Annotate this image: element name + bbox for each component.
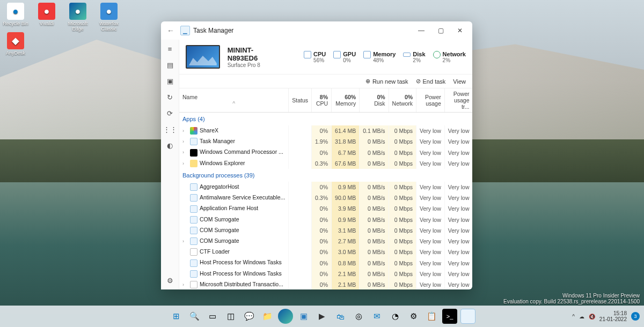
table-row[interactable]: COM Surrogate0%0.9 MB0 MB/s0 MbpsVery lo… [179,214,472,225]
table-row[interactable]: ›Task Manager1.9%31.8 MB0 MB/s0 MbpsVery… [179,136,472,147]
sharex-icon[interactable]: ◔ [387,309,402,324]
table-row[interactable]: CTF Loader0%3.0 MB0 MB/s0 MbpsVery lowVe… [179,247,472,257]
taskbar-center: ⊞ 🔍 ▭ ◫ 💬 📁 ▣ ▶ 🛍 ◎ ✉ ◔ ⚙ 📋 >_ [169,309,475,324]
nav-menu-icon[interactable]: ≡ [164,43,176,55]
settings-icon[interactable]: ⚙ [164,274,176,286]
group-header[interactable]: Background processes (39) [179,169,472,182]
settings-icon[interactable]: ⚙ [406,309,421,324]
back-button[interactable]: ← [164,26,177,35]
table-row[interactable]: ›Microsoft Distributed Transactio...0%2.… [179,279,472,289]
table-row[interactable]: AggregatorHost0%0.9 MB0 MB/s0 MbpsVery l… [179,182,472,192]
tray-chevron-icon[interactable]: ^ [572,314,575,319]
table-row[interactable]: COM Surrogate0%3.1 MB0 MB/s0 MbpsVery lo… [179,225,472,236]
group-header[interactable]: Apps (4) [179,113,472,126]
minimize-button[interactable]: — [412,23,430,38]
table-row[interactable]: ›Windows Explorer0.3%67.6 MB0 MB/s0 Mbps… [179,158,472,169]
metric-gpu: GPU0% [333,51,356,63]
cell-network: 0 Mbps [389,236,416,247]
desktop-icon-edge[interactable]: ●Microsoft Edge [65,3,91,32]
cell-disk: 0 MB/s [360,257,389,268]
nav-startup-icon[interactable]: ⟳ [164,107,176,119]
table-row[interactable]: ›COM Surrogate0%2.7 MB0 MB/s0 MbpsVery l… [179,236,472,247]
tray-language-icon[interactable]: ☁ [579,314,584,319]
store-icon[interactable]: 🛍 [333,309,348,324]
cell-memory: 3.1 MB [332,225,360,236]
desktop-icon-recycle[interactable]: ●Recycle Bin [3,3,28,32]
col-power[interactable]: Power usage [416,88,445,113]
expand-icon[interactable]: › [182,161,188,166]
task-manager-icon[interactable] [460,309,475,324]
system-tray[interactable]: ^ ☁ 🔇 15:18 21-01-2022 3 [572,310,640,322]
command-bar: ⊕Run new task ⊘End task View [179,75,472,88]
perf-thumbnail [186,45,220,69]
run-new-task-button[interactable]: ⊕Run new task [365,78,408,85]
taskbar-app-icon[interactable]: ◎ [351,309,366,324]
nav-history-icon[interactable]: ↻ [164,91,176,103]
col-power-trend[interactable]: Power usage tr... [444,88,472,113]
table-row[interactable]: ›ShareX0%61.4 MB0.1 MB/s0 MbpsVery lowVe… [179,125,472,136]
terminal-icon[interactable]: >_ [442,309,457,324]
expand-icon[interactable]: › [182,239,188,244]
col-name[interactable]: Name^ [179,88,289,113]
titlebar[interactable]: ← ▁ Task Manager — ▢ ✕ [161,21,472,40]
cell-memory: 31.8 MB [332,136,360,147]
table-row[interactable]: Host Process for Windows Tasks0%0.8 MB0 … [179,257,472,268]
col-status[interactable]: Status [289,88,312,113]
cell-memory: 0.9 MB [332,182,360,192]
cell-disk: 0 MB/s [360,247,389,257]
task-view-icon[interactable]: ▭ [205,309,220,324]
taskbar-app-icon[interactable]: ▣ [296,309,311,324]
widgets-icon[interactable]: ◫ [223,309,238,324]
desktop-icon-vivaldi[interactable]: ●Vivaldi [34,3,60,32]
edge-icon[interactable] [278,309,293,324]
watermark: Windows 11 Pro Insider Preview Evaluatio… [503,293,640,304]
chat-icon[interactable]: 💬 [241,309,257,324]
expand-icon[interactable]: › [182,128,188,133]
col-network[interactable]: 0%Network [389,88,416,113]
maximize-button[interactable]: ▢ [431,23,450,38]
table-row[interactable]: Application Frame Host0%3.9 MB0 MB/s0 Mb… [179,203,472,214]
cell-disk: 0 MB/s [360,225,389,236]
tray-volume-icon[interactable]: 🔇 [589,314,595,319]
process-icon [190,248,197,256]
notifications-icon[interactable]: 3 [631,312,640,321]
cell-cpu: 0.3% [312,158,332,169]
cell-cpu: 0% [312,279,332,289]
col-disk[interactable]: 0%Disk [360,88,389,113]
expand-icon[interactable]: › [182,150,188,155]
col-memory[interactable]: 60%Memory [332,88,360,113]
search-icon[interactable]: 🔍 [187,309,202,324]
taskbar[interactable]: ⊞ 🔍 ▭ ◫ 💬 📁 ▣ ▶ 🛍 ◎ ✉ ◔ ⚙ 📋 >_ ^ ☁ 🔇 15:… [0,306,644,327]
cell-power: Very low [416,192,445,203]
view-button[interactable]: View [453,78,466,85]
start-button[interactable]: ⊞ [169,309,184,324]
cell-network: 0 Mbps [389,247,416,257]
end-task-button[interactable]: ⊘End task [416,78,446,85]
cell-power: Very low [416,125,445,136]
desktop-icon-waterfox[interactable]: ●Waterfox Classic [96,3,122,32]
expand-icon[interactable]: › [182,139,188,144]
process-icon [190,227,197,234]
window-title: Task Manager [193,27,412,34]
taskbar-app-icon[interactable]: 📋 [424,309,439,324]
mail-icon[interactable]: ✉ [369,309,384,324]
table-row[interactable]: Host Process for Windows Tasks0%2.1 MB0 … [179,269,472,279]
process-icon [190,183,197,191]
nav-details-icon[interactable]: ◐ [164,139,176,151]
table-row[interactable]: ›Windows Command Processor ...0%6.7 MB0 … [179,147,472,158]
explorer-icon[interactable]: 📁 [260,309,275,324]
nav-performance-icon[interactable]: ▣ [164,75,176,87]
expand-icon[interactable]: › [182,282,188,287]
nav-processes-icon[interactable]: ▤ [164,59,176,71]
desktop-icon-anydesk[interactable]: ◆ AnyDesk [3,32,28,56]
device-model: Surface Pro 8 [228,62,283,68]
cell-network: 0 Mbps [389,125,416,136]
taskbar-app-icon[interactable]: ▶ [314,309,330,324]
clock[interactable]: 15:18 21-01-2022 [599,310,627,322]
table-row[interactable]: Antimalware Service Executable...0.3%90.… [179,192,472,203]
desktop-icon-label: Recycle Bin [3,21,28,26]
nav-users-icon[interactable]: ⋮⋮ [164,123,176,135]
cell-cpu: 0% [312,257,332,268]
col-cpu[interactable]: 8%CPU [312,88,332,113]
close-button[interactable]: ✕ [451,23,469,38]
